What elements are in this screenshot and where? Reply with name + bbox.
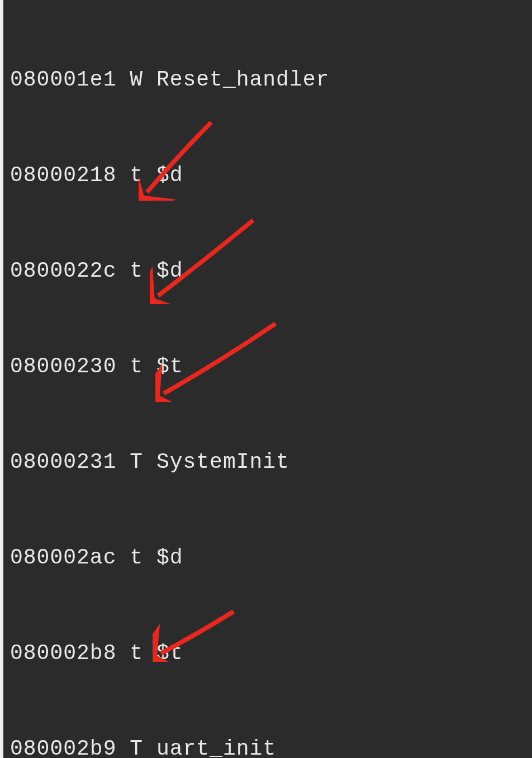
address: 08000231 xyxy=(10,450,116,474)
symbol-type: t xyxy=(130,354,143,378)
symbol-line: 080002b8 t $t xyxy=(10,637,532,669)
symbol-type: t xyxy=(130,641,143,665)
symbol-name: $d xyxy=(156,163,183,187)
address: 08000218 xyxy=(10,163,116,187)
symbol-type: T xyxy=(130,450,143,474)
symbol-name: SystemInit xyxy=(156,450,289,474)
symbol-line: 08000230 t $t xyxy=(10,350,532,382)
symbol-type: t xyxy=(130,259,143,283)
symbol-name: $t xyxy=(156,354,183,378)
symbol-type: W xyxy=(130,68,143,92)
symbol-line: 080002b9 T uart_init xyxy=(10,733,532,758)
symbol-name: Reset_handler xyxy=(156,68,329,92)
symbol-line: 08000218 t $d xyxy=(10,159,532,191)
symbol-line: 080002ac t $d xyxy=(10,542,532,574)
symbol-type: t xyxy=(130,546,143,570)
address: 08000230 xyxy=(10,354,116,378)
symbol-line: 0800022c t $d xyxy=(10,255,532,287)
symbol-name: uart_init xyxy=(156,737,276,758)
address: 080002b8 xyxy=(10,641,116,665)
address: 080002ac xyxy=(10,546,116,570)
symbol-type: T xyxy=(130,737,143,758)
address: 080002b9 xyxy=(10,737,116,758)
symbol-name: $d xyxy=(156,259,183,283)
address: 080001e1 xyxy=(10,68,116,92)
symbol-name: $d xyxy=(156,546,183,570)
address: 0800022c xyxy=(10,259,116,283)
symbol-line: 08000231 T SystemInit xyxy=(10,446,532,478)
terminal-output: 080001e1 W Reset_handler 08000218 t $d 0… xyxy=(10,0,532,758)
symbol-name: $t xyxy=(156,641,183,665)
symbol-line: 080001e1 W Reset_handler xyxy=(10,64,532,96)
symbol-type: t xyxy=(130,163,143,187)
